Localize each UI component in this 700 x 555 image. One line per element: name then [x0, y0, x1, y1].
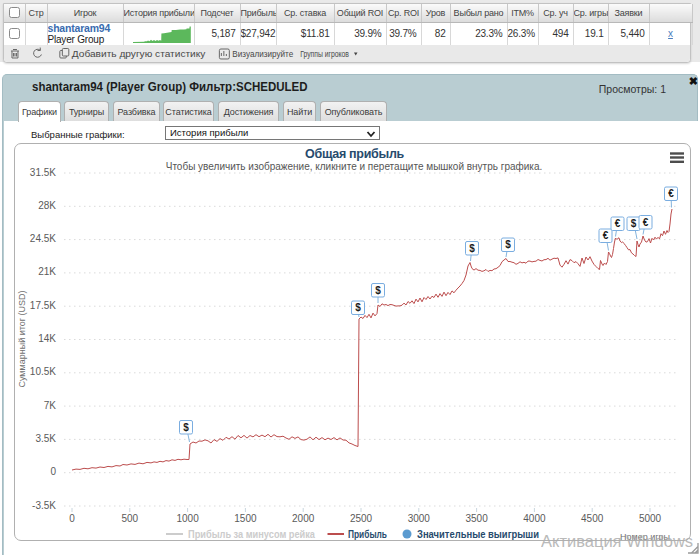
svg-text:$: $: [355, 302, 361, 313]
svg-text:Добавить другую статистику: Добавить другую статистику: [72, 47, 206, 58]
svg-text:3000: 3000: [408, 513, 431, 524]
svg-text:-3.5K: -3.5K: [32, 500, 56, 511]
svg-text:Чтобы увеличить изображение, к: Чтобы увеличить изображение, кликните и …: [166, 161, 543, 172]
svg-text:2500: 2500: [350, 513, 373, 524]
svg-text:31.5K: 31.5K: [30, 167, 56, 178]
svg-text:28K: 28K: [38, 200, 56, 211]
svg-text:7K: 7K: [44, 400, 57, 411]
svg-text:10.5K: 10.5K: [30, 366, 56, 377]
svg-text:24.5K: 24.5K: [30, 233, 56, 244]
svg-text:17.5K: 17.5K: [30, 300, 56, 311]
svg-text:4000: 4000: [523, 513, 546, 524]
svg-text:Прибыль: Прибыль: [348, 529, 387, 540]
svg-text:$: $: [505, 239, 511, 250]
svg-text:500: 500: [121, 513, 138, 524]
svg-text:$: $: [375, 285, 381, 296]
svg-text:€: €: [643, 217, 649, 228]
svg-text:21K: 21K: [38, 266, 56, 277]
svg-text:0: 0: [69, 513, 75, 524]
svg-text:$: $: [183, 422, 189, 433]
svg-text:3.5K: 3.5K: [35, 433, 56, 444]
svg-text:1000: 1000: [176, 513, 199, 524]
svg-text:Прибыль за минусом рейка: Прибыль за минусом рейка: [188, 529, 315, 540]
svg-text:5000: 5000: [639, 513, 662, 524]
svg-text:€: €: [668, 188, 674, 199]
svg-text:Группы игроков: Группы игроков: [300, 47, 349, 58]
svg-text:€: €: [603, 230, 609, 241]
svg-text:€: €: [615, 218, 621, 229]
svg-text:Общая прибыль: Общая прибыль: [305, 147, 404, 161]
svg-text:2000: 2000: [292, 513, 315, 524]
svg-text:4500: 4500: [581, 513, 604, 524]
svg-text:Суммарный итог (USD): Суммарный итог (USD): [17, 290, 27, 387]
svg-text:Визуализируйте: Визуализируйте: [232, 47, 293, 58]
svg-text:3500: 3500: [465, 513, 488, 524]
svg-text:Значительные выигрыши: Значительные выигрыши: [417, 529, 539, 540]
svg-text:1500: 1500: [234, 513, 257, 524]
svg-text:$: $: [469, 243, 475, 254]
svg-text:$: $: [631, 218, 637, 229]
svg-text:0: 0: [50, 466, 56, 477]
svg-text:14K: 14K: [38, 333, 56, 344]
